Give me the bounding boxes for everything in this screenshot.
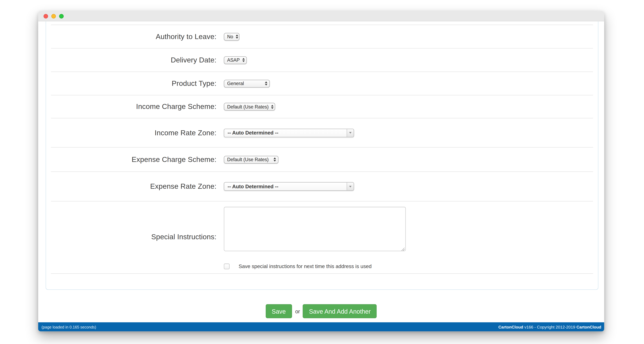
expense-rate-zone-label: Expense Rate Zone: bbox=[51, 182, 216, 191]
form-actions: Save or Save And Add Another bbox=[38, 304, 604, 318]
income-charge-scheme-select[interactable]: Default (Use Rates) bbox=[224, 103, 275, 111]
form-row-product-type: Product Type: General bbox=[51, 72, 593, 95]
footer-bar: (page loaded in 0.165 seconds) CartonClo… bbox=[38, 322, 604, 331]
save-and-add-another-button[interactable]: Save And Add Another bbox=[303, 304, 377, 318]
form-row-income-rate-zone: Income Rate Zone: -- Auto Determined -- bbox=[51, 118, 593, 147]
resize-handle-icon[interactable] bbox=[401, 247, 404, 251]
chevron-down-icon bbox=[346, 183, 354, 190]
special-instructions-textarea[interactable] bbox=[224, 207, 406, 251]
page-content: Authority to Leave: No Delivery Date: AS… bbox=[38, 21, 604, 322]
expense-charge-scheme-value: Default (Use Rates) bbox=[227, 157, 268, 162]
form-row-income-charge-scheme: Income Charge Scheme: Default (Use Rates… bbox=[51, 95, 593, 118]
form-row-special-instructions: Special Instructions: Save special instr… bbox=[51, 201, 593, 273]
expense-charge-scheme-select[interactable]: Default (Use Rates) bbox=[224, 156, 278, 163]
delivery-date-select[interactable]: ASAP bbox=[224, 56, 247, 64]
delivery-date-label: Delivery Date: bbox=[51, 56, 216, 64]
panel-top-spacer bbox=[51, 21, 593, 25]
up-down-arrows-icon bbox=[236, 35, 238, 39]
save-button[interactable]: Save bbox=[266, 304, 292, 318]
product-type-value: General bbox=[227, 81, 244, 86]
up-down-arrows-icon bbox=[242, 58, 244, 62]
income-rate-zone-dropdown[interactable]: -- Auto Determined -- bbox=[224, 128, 354, 137]
special-instructions-label: Special Instructions: bbox=[51, 201, 216, 241]
minimize-button[interactable] bbox=[52, 14, 56, 18]
copyright-text: CartonCloud v166 - Copyright 2012-2019 C… bbox=[498, 325, 601, 329]
income-charge-scheme-label: Income Charge Scheme: bbox=[51, 102, 216, 111]
panel-bottom-spacer bbox=[51, 273, 593, 290]
income-rate-zone-label: Income Rate Zone: bbox=[51, 128, 216, 137]
income-charge-scheme-value: Default (Use Rates) bbox=[227, 104, 268, 109]
page-load-time: (page loaded in 0.165 seconds) bbox=[42, 325, 96, 329]
delivery-date-value: ASAP bbox=[227, 58, 240, 63]
version-copyright: v166 - Copyright 2012-2019 bbox=[523, 325, 576, 329]
up-down-arrows-icon bbox=[274, 158, 276, 162]
form-row-authority-to-leave: Authority to Leave: No bbox=[51, 25, 593, 48]
form-row-delivery-date: Delivery Date: ASAP bbox=[51, 48, 593, 72]
save-instructions-checkbox-label[interactable]: Save special instructions for next time … bbox=[238, 264, 372, 269]
window-titlebar bbox=[38, 11, 604, 21]
up-down-arrows-icon bbox=[265, 82, 267, 86]
screen: Authority to Leave: No Delivery Date: AS… bbox=[0, 0, 644, 344]
expense-rate-zone-dropdown[interactable]: -- Auto Determined -- bbox=[224, 182, 354, 191]
or-separator: or bbox=[295, 308, 300, 314]
up-down-arrows-icon bbox=[271, 105, 274, 109]
browser-window: Authority to Leave: No Delivery Date: AS… bbox=[38, 11, 604, 331]
authority-to-leave-select[interactable]: No bbox=[224, 33, 240, 41]
authority-to-leave-value: No bbox=[227, 34, 233, 39]
brand-name: CartonCloud bbox=[576, 325, 601, 329]
brand-name: CartonCloud bbox=[498, 325, 523, 329]
expense-rate-zone-value: -- Auto Determined -- bbox=[224, 183, 347, 190]
authority-to-leave-label: Authority to Leave: bbox=[51, 32, 216, 41]
form-panel: Authority to Leave: No Delivery Date: AS… bbox=[46, 21, 598, 290]
expense-charge-scheme-label: Expense Charge Scheme: bbox=[51, 155, 216, 164]
product-type-select[interactable]: General bbox=[224, 80, 270, 87]
product-type-label: Product Type: bbox=[51, 79, 216, 88]
income-rate-zone-value: -- Auto Determined -- bbox=[224, 129, 347, 137]
zoom-button[interactable] bbox=[59, 14, 64, 18]
form-row-expense-rate-zone: Expense Rate Zone: -- Auto Determined -- bbox=[51, 171, 593, 201]
chevron-down-icon bbox=[346, 129, 354, 137]
close-button[interactable] bbox=[44, 14, 48, 18]
save-instructions-checkbox[interactable] bbox=[224, 264, 230, 269]
form-row-expense-charge-scheme: Expense Charge Scheme: Default (Use Rate… bbox=[51, 147, 593, 172]
